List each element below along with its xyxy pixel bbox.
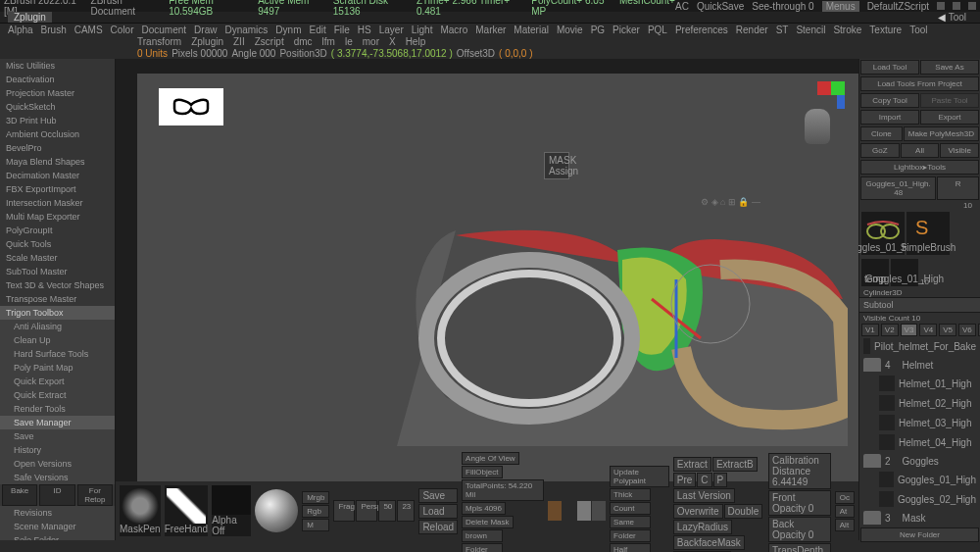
setting-cell[interactable]: Delete Mask	[462, 516, 513, 528]
vis-v2[interactable]: V2	[881, 324, 899, 336]
lp-text-3d-&-vector-shapes[interactable]: Text 3D & Vector Shapes	[0, 278, 115, 292]
minimize-icon[interactable]	[937, 2, 945, 10]
r-btn[interactable]: R	[937, 176, 979, 200]
color-swatches[interactable]	[548, 501, 606, 521]
menu-light[interactable]: Light	[412, 25, 433, 35]
menu-macro[interactable]: Macro	[440, 25, 467, 35]
swatch-dark[interactable]	[563, 501, 576, 521]
quicksave-btn[interactable]: QuickSave	[697, 1, 744, 12]
swatch-brown[interactable]	[548, 501, 562, 521]
tool-slot-1[interactable]: SSimpleBrush	[906, 212, 950, 255]
val23-btn[interactable]: 23	[397, 500, 415, 522]
setting-cell[interactable]: Folder	[462, 543, 503, 552]
lp-maya-blend-shapes[interactable]: Maya Blend Shapes	[0, 155, 115, 169]
mrgb-btn[interactable]: Mrgb	[302, 491, 329, 504]
submenu-x[interactable]: X	[389, 36, 396, 47]
at-btn[interactable]: At	[835, 505, 855, 518]
lp-revisions[interactable]: Revisions	[0, 506, 115, 520]
goz-btn[interactable]: GoZ	[860, 143, 900, 158]
submenu-transform[interactable]: Transform	[137, 36, 181, 47]
menus-btn[interactable]: Menus	[822, 1, 859, 12]
setting-cell[interactable]: Angle Of View	[462, 452, 519, 465]
val50-btn[interactable]: 50	[378, 500, 396, 522]
lp-projection-master[interactable]: Projection Master	[0, 86, 115, 100]
menu-cams[interactable]: CAMS	[74, 25, 103, 35]
swatch-gray[interactable]	[577, 501, 591, 521]
oc-btn[interactable]: Oc	[835, 491, 855, 504]
menu-pql[interactable]: PQL	[648, 25, 667, 35]
saveas-btn[interactable]: Save As	[920, 60, 979, 75]
subtool-goggles_01_high[interactable]: Goggles_01_High	[859, 470, 980, 489]
lp-polygroupit[interactable]: PolyGroupIt	[0, 224, 115, 237]
load-btn[interactable]: Load	[418, 504, 458, 519]
loadtool-btn[interactable]: Load Tool	[860, 60, 919, 75]
lp-sub-save-manager[interactable]: Save Manager	[0, 416, 115, 429]
subtool-header[interactable]: Subtool	[859, 297, 980, 313]
menu-preferences[interactable]: Preferences	[675, 25, 728, 35]
seethrough[interactable]: See-through 0	[752, 1, 813, 12]
setting-cell[interactable]: Folder	[610, 529, 651, 542]
lp-sub-clean-up[interactable]: Clean Up	[0, 333, 115, 347]
menu-material[interactable]: Material	[514, 25, 549, 35]
menu-dynm[interactable]: Dynm	[275, 25, 301, 35]
submenu-dmc[interactable]: dmc	[294, 36, 313, 47]
goggles-model[interactable]	[397, 211, 848, 446]
maximize-icon[interactable]	[953, 2, 960, 10]
vis-v1[interactable]: V1	[861, 324, 879, 336]
brush-maskpen[interactable]: MaskPen	[120, 485, 161, 536]
strip-cell[interactable]: Last Version	[673, 488, 735, 503]
lp-scene-manager[interactable]: Scene Manager	[0, 520, 115, 533]
menu-draw[interactable]: Draw	[194, 25, 217, 35]
menu-stencil[interactable]: Stencil	[796, 25, 825, 35]
tab-zplugin[interactable]: Zplugin	[8, 12, 52, 23]
setting-cell[interactable]: TotalPoints: 54.220 Mil	[462, 479, 544, 501]
menu-st[interactable]: ST	[776, 25, 789, 35]
vis-v5[interactable]: V5	[939, 324, 956, 336]
strip-cell[interactable]: Double	[724, 504, 763, 519]
subtool-helmet_01_high[interactable]: Helmet_01_High	[859, 374, 980, 393]
menu-picker[interactable]: Picker	[612, 25, 640, 35]
nav-head-icon[interactable]	[805, 109, 830, 144]
default-zscript[interactable]: DefaultZScript	[867, 1, 929, 12]
lp-sub-render-tools[interactable]: Render Tools	[0, 402, 115, 416]
strip-cell[interactable]: BackfaceMask	[673, 535, 745, 550]
persp-btn[interactable]: Persp	[356, 500, 377, 522]
menu-file[interactable]: File	[334, 25, 350, 35]
strip-cell[interactable]: Pre	[673, 473, 697, 487]
setting-cell[interactable]: brown	[462, 529, 503, 542]
submenu-lfm[interactable]: lfm	[322, 36, 335, 47]
menu-texture[interactable]: Texture	[869, 25, 902, 35]
makepoly-btn[interactable]: Make PolyMesh3D	[904, 126, 979, 141]
subtool-goggles_02_high[interactable]: Goggles_02_High	[859, 489, 980, 509]
setting-cell[interactable]: Same	[610, 516, 651, 528]
lp-sub-quick-extract[interactable]: Quick Extract	[0, 388, 115, 402]
setting-cell[interactable]: FillObject	[462, 466, 503, 478]
lp-deactivation[interactable]: Deactivation	[0, 73, 115, 86]
strip-cell[interactable]: ExtractB	[712, 457, 758, 472]
bake-row[interactable]: Pilot_helmet_For_Bake	[859, 336, 980, 356]
menu-edit[interactable]: Edit	[309, 25, 325, 35]
lp-scale-master[interactable]: Scale Master	[0, 251, 115, 265]
lp-quick-tools[interactable]: Quick Tools	[0, 237, 115, 251]
folder-helmet[interactable]: 4Helmet	[859, 356, 980, 374]
lp-3d-print-hub[interactable]: 3D Print Hub	[0, 114, 115, 127]
lp-sub-poly-paint-map[interactable]: Poly Paint Map	[0, 361, 115, 375]
nav-axis-z[interactable]	[837, 95, 845, 109]
swatch-gray2[interactable]	[592, 501, 606, 521]
menu-stroke[interactable]: Stroke	[833, 25, 861, 35]
import-btn[interactable]: Import	[860, 110, 919, 125]
folder-mask[interactable]: 3Mask	[859, 509, 980, 527]
lp-misc-utilities[interactable]: Misc Utilities	[0, 59, 115, 73]
menu-tool[interactable]: Tool	[909, 25, 927, 35]
calib-cell[interactable]: Back Opacity 0	[768, 517, 831, 542]
lp-multi-map-exporter[interactable]: Multi Map Exporter	[0, 210, 115, 224]
strip-cell[interactable]: LazyRadius	[673, 520, 732, 534]
strip-cell[interactable]: P	[713, 473, 728, 487]
subtool-helmet_02_high[interactable]: Helmet_02_High	[859, 393, 980, 413]
lp-intersection-masker[interactable]: Intersection Masker	[0, 196, 115, 210]
view-icons[interactable]: ⚙ ◈ ⌂ ⊞ 🔒 —	[701, 197, 760, 207]
all-btn[interactable]: All	[901, 143, 940, 158]
bake-id[interactable]: ID	[39, 484, 74, 506]
brush-freehand[interactable]: FreeHand	[165, 485, 208, 536]
calib-cell[interactable]: TransDepth 0.25793	[768, 543, 831, 552]
